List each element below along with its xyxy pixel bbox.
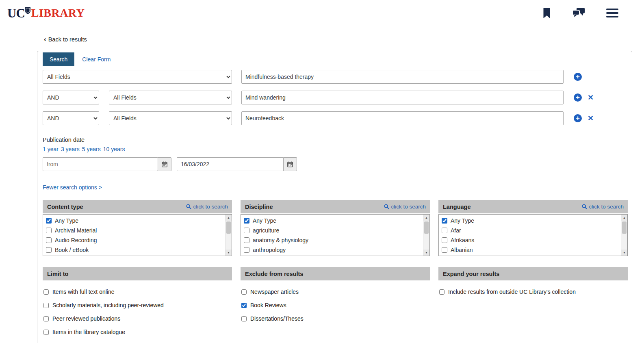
search-button[interactable]: Search: [43, 52, 74, 66]
option-checkbox[interactable]: [244, 218, 249, 224]
panel-head: Search Clear Form: [43, 52, 628, 66]
exclude-header: Exclude from results: [241, 267, 430, 280]
language-header: Language click to search: [438, 200, 628, 213]
facet-content-type: Content type click to search Any Type Ar…: [43, 200, 232, 256]
exclude-checkbox[interactable]: [241, 303, 247, 308]
option-checkbox[interactable]: [46, 247, 52, 253]
option-checkbox[interactable]: [442, 247, 447, 253]
content-type-search-link[interactable]: click to search: [186, 204, 228, 210]
remove-row-icon-3[interactable]: [588, 115, 594, 122]
clear-form-link[interactable]: Clear Form: [82, 56, 111, 63]
scroll-thumb[interactable]: [226, 221, 231, 234]
menu-icon[interactable]: [606, 9, 618, 17]
date-inputs-row: [43, 157, 628, 171]
bookmark-icon[interactable]: [542, 8, 551, 19]
date-to-input[interactable]: [177, 157, 284, 171]
scroll-thumb[interactable]: [622, 221, 627, 234]
scroll-up-icon[interactable]: [621, 215, 627, 221]
option-checkbox[interactable]: [244, 247, 249, 253]
advanced-search-panel: Search Clear Form All Fields AND All Fie…: [37, 51, 632, 343]
language-search-link[interactable]: click to search: [582, 204, 624, 210]
option-row[interactable]: anatomy & physiology: [241, 235, 423, 245]
scrollbar[interactable]: [621, 215, 627, 256]
option-checkbox[interactable]: [244, 228, 249, 233]
limit-option-row[interactable]: Peer reviewed publications: [43, 315, 232, 322]
option-checkbox[interactable]: [46, 237, 52, 243]
option-row[interactable]: anthropology: [241, 245, 423, 255]
option-row[interactable]: Any Type: [439, 216, 621, 226]
limit-option-row[interactable]: Items in the library catalogue: [43, 329, 232, 335]
limit-option-row[interactable]: Scholarly materials, including peer-revi…: [43, 302, 232, 308]
scroll-thumb[interactable]: [424, 221, 429, 234]
limit-checkbox[interactable]: [43, 316, 49, 321]
option-row[interactable]: Afar: [439, 226, 621, 235]
bottom-row: Limit to Items with full text online Sch…: [43, 267, 628, 343]
scroll-down-icon[interactable]: [621, 250, 627, 256]
range-1-year-link[interactable]: 1 year: [43, 146, 59, 152]
date-to-group: [177, 157, 297, 171]
add-row-icon-3[interactable]: [574, 114, 582, 122]
field-select-3[interactable]: All Fields: [109, 111, 232, 125]
option-row[interactable]: Any Type: [241, 216, 423, 226]
search-term-input-2[interactable]: [241, 91, 564, 104]
calendar-icon[interactable]: [283, 157, 297, 171]
fewer-search-options-link[interactable]: Fewer search options >: [43, 184, 102, 191]
exclude-checkbox[interactable]: [241, 289, 247, 295]
exclude-checkbox[interactable]: [241, 316, 247, 321]
add-row-icon-1[interactable]: [574, 73, 582, 81]
limit-checkbox[interactable]: [43, 303, 49, 308]
boolean-select-2[interactable]: AND: [43, 91, 99, 104]
option-row[interactable]: Book / eBook: [43, 245, 225, 255]
library-logo[interactable]: UC LIBRARY: [7, 7, 85, 20]
exclude-option-row[interactable]: Book Reviews: [241, 302, 430, 308]
option-checkbox[interactable]: [46, 228, 52, 233]
search-icon: [384, 204, 389, 209]
range-10-years-link[interactable]: 10 years: [103, 146, 125, 152]
expand-checkbox[interactable]: [439, 289, 445, 295]
limit-checkbox[interactable]: [43, 289, 49, 295]
scroll-down-icon[interactable]: [423, 250, 429, 256]
date-from-input[interactable]: [43, 157, 158, 171]
option-checkbox[interactable]: [442, 218, 447, 224]
logo-uc-text: UC: [7, 7, 25, 20]
crest-shield-icon: [25, 7, 30, 14]
option-row[interactable]: Afrikaans: [439, 235, 621, 245]
scroll-up-icon[interactable]: [423, 215, 429, 221]
remove-row-icon-2[interactable]: [588, 94, 594, 101]
option-row[interactable]: Archival Material: [43, 226, 225, 235]
option-row[interactable]: agriculture: [241, 226, 423, 235]
expand-option-row[interactable]: Include results from outside UC Library'…: [438, 289, 628, 295]
range-3-years-link[interactable]: 3 years: [61, 146, 80, 152]
range-5-years-link[interactable]: 5 years: [82, 146, 101, 152]
facet-discipline: Discipline click to search Any Type agri…: [241, 200, 430, 256]
search-term-input-3[interactable]: [241, 111, 564, 125]
discipline-search-link[interactable]: click to search: [384, 204, 426, 210]
option-list: Any Type agriculture anatomy & physiolog…: [241, 215, 423, 256]
back-to-results-link[interactable]: Back to results: [44, 36, 87, 43]
option-row[interactable]: Audio Recording: [43, 235, 225, 245]
field-select-2[interactable]: All Fields: [109, 91, 232, 104]
limit-checkbox[interactable]: [43, 330, 49, 335]
limit-option-row[interactable]: Items with full text online: [43, 289, 232, 295]
scrollbar[interactable]: [225, 215, 232, 256]
option-checkbox[interactable]: [442, 237, 447, 243]
option-checkbox[interactable]: [46, 218, 52, 224]
calendar-icon[interactable]: [158, 157, 171, 171]
option-row[interactable]: Any Type: [43, 216, 225, 226]
back-link-label: Back to results: [48, 36, 87, 43]
boolean-select-3[interactable]: AND: [43, 111, 99, 125]
option-checkbox[interactable]: [244, 237, 249, 243]
chat-icon[interactable]: [572, 8, 585, 18]
field-select-1[interactable]: All Fields: [43, 70, 232, 84]
option-row[interactable]: Albanian: [439, 245, 621, 255]
scrollbar[interactable]: [423, 215, 429, 256]
limit-to-header: Limit to: [43, 267, 232, 280]
option-checkbox[interactable]: [442, 228, 447, 233]
scroll-down-icon[interactable]: [226, 250, 232, 256]
search-term-input-1[interactable]: [241, 70, 564, 84]
scroll-up-icon[interactable]: [226, 215, 232, 221]
exclude-option-row[interactable]: Dissertations/Theses: [241, 315, 430, 322]
add-row-icon-2[interactable]: [574, 93, 582, 102]
exclude-option-row[interactable]: Newspaper articles: [241, 289, 430, 295]
content-type-listbox: Any Type Archival Material Audio Recordi…: [43, 214, 232, 256]
